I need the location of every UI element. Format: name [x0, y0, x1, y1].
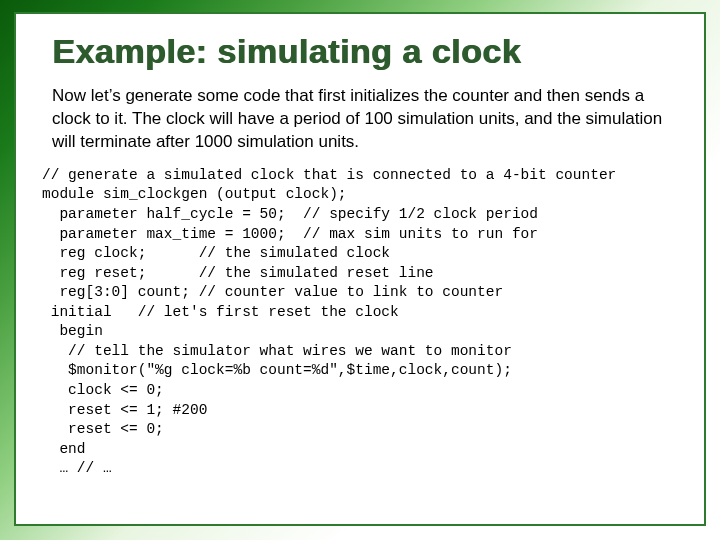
- slide-background: Example: simulating a clock Now let’s ge…: [0, 0, 720, 540]
- code-block: // generate a simulated clock that is co…: [42, 166, 678, 479]
- slide-title: Example: simulating a clock: [52, 32, 678, 71]
- slide-card: Example: simulating a clock Now let’s ge…: [14, 12, 706, 526]
- intro-paragraph: Now let’s generate some code that first …: [52, 85, 678, 154]
